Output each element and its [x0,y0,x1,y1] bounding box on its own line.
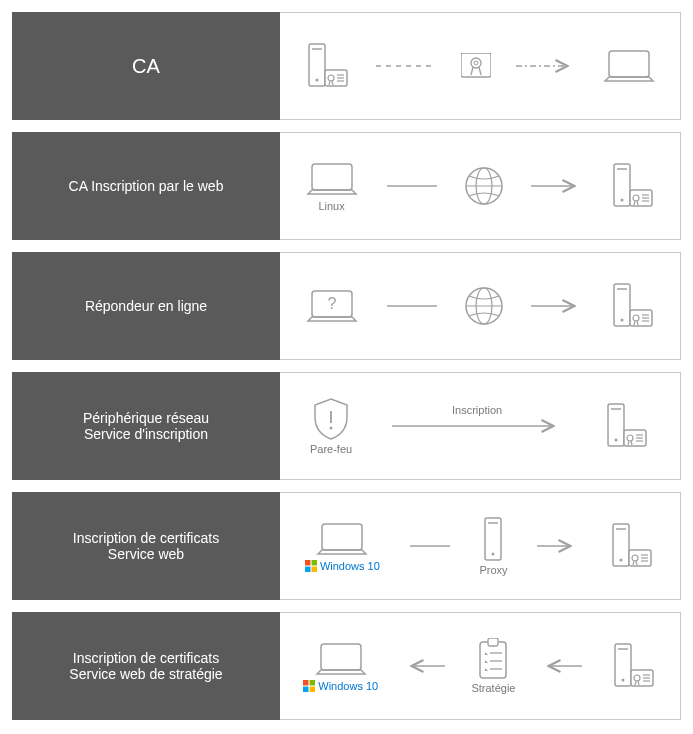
server-proxy-icon: Proxy [479,516,507,576]
label-ces: Inscription de certificats Service web [12,492,280,600]
label-text-2: Service web de stratégie [69,666,222,682]
caption-windows10: Windows 10 [303,680,378,692]
label-text: CA [132,55,160,78]
caption-windows10-text: Windows 10 [320,560,380,572]
caption-windows10: Windows 10 [305,560,380,572]
caption-strategy: Stratégie [471,682,515,694]
server-cert-icon [608,162,656,210]
windows-logo-icon [303,680,315,692]
shield-firewall-icon: Pare-feu [310,397,352,455]
diagram-cep: Windows 10 Stratégie [280,612,681,720]
caption-enrollment: Inscription [452,404,502,416]
line-icon [387,180,437,192]
label-ndes: Périphérique réseau Service d'inscriptio… [12,372,280,480]
server-cert-icon [608,282,656,330]
label-text-1: Inscription de certificats [73,530,219,546]
row-ca-web: CA Inscription par le web Linux [12,132,681,240]
server-cert-icon [607,522,655,570]
label-text-1: Périphérique réseau [83,410,209,426]
globe-icon [464,166,504,206]
server-cert-icon [602,402,650,450]
certificate-badge-icon [461,53,491,79]
line-icon [387,300,437,312]
laptop-icon [601,47,657,85]
label-cep: Inscription de certificats Service web d… [12,612,280,720]
label-ca-web: CA Inscription par le web [12,132,280,240]
row-online-responder: Répondeur en ligne [12,252,681,360]
arrow-left-icon [405,658,445,674]
caption-proxy: Proxy [479,564,507,576]
row-ca: CA [12,12,681,120]
label-online-responder: Répondeur en ligne [12,252,280,360]
laptop-windows-icon: Windows 10 [305,520,380,572]
caption-windows10-text: Windows 10 [318,680,378,692]
globe-icon [464,286,504,326]
row-ces: Inscription de certificats Service web W… [12,492,681,600]
caption-linux: Linux [318,200,344,212]
laptop-question-icon [304,287,360,325]
server-cert-icon [609,642,657,690]
label-text-2: Service web [108,546,184,562]
diagram-ca-web: Linux [280,132,681,240]
arrow-icon [531,178,581,194]
diagram-online-responder [280,252,681,360]
arrow-left-icon [542,658,582,674]
label-text-2: Service d'inscription [84,426,208,442]
laptop-linux-icon: Linux [304,160,360,212]
label-text-1: Inscription de certificats [73,650,219,666]
laptop-windows-icon: Windows 10 [303,640,378,692]
row-cep: Inscription de certificats Service web d… [12,612,681,720]
clipboard-strategy-icon: Stratégie [471,638,515,694]
arrow-enrollment: Inscription [392,418,562,434]
diagram-ces: Windows 10 Proxy [280,492,681,600]
row-ndes: Périphérique réseau Service d'inscriptio… [12,372,681,480]
dashed-line-icon [376,60,436,72]
label-ca: CA [12,12,280,120]
diagram-ca [280,12,681,120]
diagram-ndes: Pare-feu Inscription [280,372,681,480]
server-cert-icon [303,42,351,90]
arrow-icon [531,298,581,314]
windows-logo-icon [305,560,317,572]
line-icon [410,540,450,552]
arrow-icon [537,538,577,554]
dashdot-arrow-icon [516,58,576,74]
label-text: CA Inscription par le web [69,178,224,194]
label-text: Répondeur en ligne [85,298,207,314]
caption-firewall: Pare-feu [310,443,352,455]
